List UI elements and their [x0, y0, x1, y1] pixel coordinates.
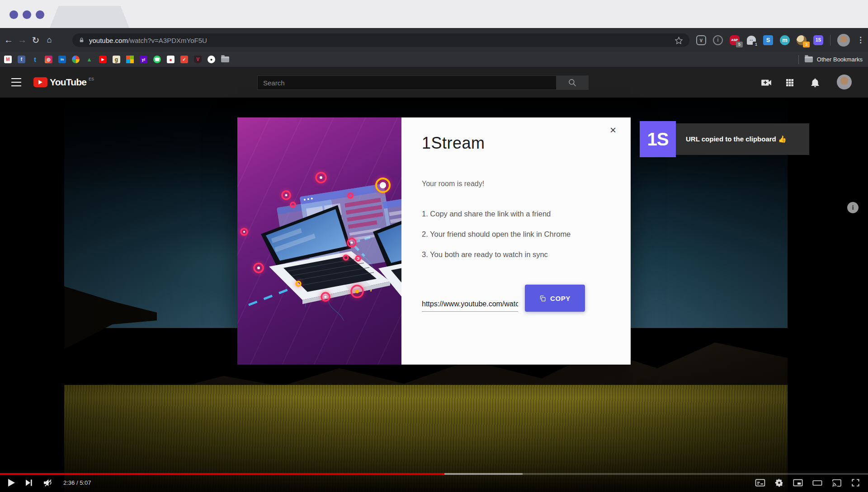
bookmark-gmail[interactable]: M — [4, 56, 12, 63]
raccoon-extension-icon[interactable]: 3 — [797, 35, 807, 45]
bookmark-red-dot[interactable]: ● — [167, 56, 175, 63]
copy-button[interactable]: COPY — [525, 285, 585, 312]
ghostery-badge: 1 — [753, 42, 760, 47]
address-bar[interactable]: youtube.com/watch?v=A3PDXmYoF5U — [72, 33, 689, 47]
bookmark-yahoo[interactable]: y! — [140, 56, 147, 63]
1stream-modal: × 1Stream Your room is ready! 1. Copy an… — [237, 117, 631, 365]
create-video-icon[interactable] — [760, 77, 772, 89]
modal-close-icon[interactable]: × — [610, 125, 616, 136]
settings-gear-icon[interactable] — [775, 478, 783, 487]
window-controls[interactable] — [9, 10, 44, 19]
miniplayer-icon[interactable] — [793, 479, 803, 487]
1stream-extension-icon[interactable]: 1S — [813, 35, 823, 45]
fullscreen-icon[interactable] — [851, 478, 860, 487]
bookmark-twitter[interactable]: t — [31, 56, 39, 63]
toast-message: URL copied to the clipboard 👍 — [686, 135, 787, 143]
bookmark-github[interactable]: ● — [208, 56, 215, 63]
browser-tab[interactable] — [50, 6, 129, 28]
minimize-window-dot[interactable] — [23, 10, 31, 19]
share-url-input[interactable] — [422, 300, 518, 312]
abp-badge: 5 — [736, 42, 743, 47]
reload-button[interactable]: ↻ — [29, 28, 42, 52]
clipboard-toast[interactable]: 1S URL copied to the clipboard 👍 — [640, 121, 809, 157]
bookmark-facebook[interactable]: f — [18, 56, 25, 63]
search-button[interactable] — [557, 75, 589, 90]
browser-menu-kebab-icon[interactable]: ⋮ — [857, 35, 864, 45]
other-bookmarks[interactable]: Other Bookmarks — [798, 52, 863, 67]
bookmark-google-drive[interactable]: ▲ — [85, 56, 93, 63]
player-controls: 2:36 / 5:07 — [0, 473, 868, 492]
s-extension-icon[interactable]: S — [763, 35, 773, 45]
back-button[interactable]: ← — [2, 28, 15, 52]
home-button[interactable]: ⌂ — [42, 28, 56, 52]
bookmark-youtube[interactable]: ▶ — [99, 56, 107, 63]
modal-step-2: 2. Your friend should open the link in C… — [422, 230, 571, 239]
extensions-row: ∨ i ABP 5 ·· 1 S m 3 1S ⋮ — [696, 28, 864, 52]
ghostery-extension-icon[interactable]: ·· 1 — [746, 35, 756, 45]
modal-step-1: 1. Copy and share the link with a friend — [422, 210, 571, 218]
url-path: /watch?v=A3PDXmYoF5U — [128, 37, 207, 44]
lock-icon — [79, 37, 85, 43]
1stream-toast-badge: 1S — [640, 121, 676, 157]
adblock-plus-extension-icon[interactable]: ABP 5 — [730, 35, 740, 45]
bookmark-microsoft[interactable] — [126, 56, 134, 63]
bookmark-v-shield[interactable]: V — [194, 56, 202, 63]
macos-titlebar — [0, 0, 868, 28]
toast-body: URL copied to the clipboard 👍 — [676, 123, 809, 155]
copy-icon — [539, 295, 546, 302]
play-icon[interactable] — [8, 479, 15, 487]
laptops-sync-illustration — [237, 117, 401, 365]
url-host: youtube.com — [89, 37, 128, 44]
subtitles-icon[interactable] — [755, 479, 765, 487]
bookmark-linkedin[interactable]: in — [58, 56, 66, 63]
mute-volume-icon[interactable] — [43, 478, 52, 487]
youtube-logo-text: YouTube — [50, 76, 86, 88]
youtube-logo[interactable]: YouTube ES — [33, 76, 94, 88]
youtube-region-label: ES — [89, 77, 94, 81]
youtube-play-icon — [33, 77, 47, 87]
theater-mode-icon[interactable] — [812, 480, 822, 486]
notifications-bell-icon[interactable] — [809, 77, 821, 89]
guide-menu-icon[interactable] — [11, 78, 21, 86]
pocket-extension-icon[interactable]: ∨ — [696, 35, 706, 45]
next-icon[interactable] — [26, 479, 32, 486]
youtube-header: YouTube ES — [0, 67, 868, 98]
modal-steps: 1. Copy and share the link with a friend… — [422, 210, 571, 271]
bookmarks-separator — [798, 55, 799, 64]
player-controls-right — [755, 478, 860, 487]
toolbar-separator — [830, 35, 830, 46]
bookmark-todoist[interactable]: ✓ — [180, 56, 188, 63]
bookmark-instagram[interactable]: ◎ — [45, 56, 52, 63]
close-window-dot[interactable] — [9, 10, 18, 19]
modal-subtitle: Your room is ready! — [422, 180, 484, 188]
modal-body: × 1Stream Your room is ready! 1. Copy an… — [401, 117, 631, 365]
search-icon — [568, 78, 577, 87]
video-info-icon[interactable]: i — [847, 202, 859, 213]
progress-played — [0, 473, 444, 475]
browser-toolbar: ← → ↻ ⌂ youtube.com/watch?v=A3PDXmYoF5U … — [0, 28, 868, 52]
other-bookmarks-folder-icon — [805, 56, 813, 62]
modal-step-3: 3. You both are ready to watch in sync — [422, 250, 571, 259]
info-extension-icon[interactable]: i — [713, 35, 723, 45]
search-input[interactable] — [257, 75, 557, 90]
bookmark-google-photos[interactable] — [72, 56, 80, 63]
progress-bar[interactable] — [0, 473, 868, 475]
modal-title: 1Stream — [422, 134, 485, 153]
url-text: youtube.com/watch?v=A3PDXmYoF5U — [89, 37, 670, 44]
bookmark-whatsapp[interactable]: ☎ — [153, 56, 161, 63]
youtube-account-avatar[interactable] — [837, 75, 852, 89]
browser-profile-avatar[interactable] — [837, 34, 850, 47]
zoom-window-dot[interactable] — [36, 10, 44, 19]
time-display: 2:36 / 5:07 — [63, 479, 91, 486]
forward-button[interactable]: → — [15, 28, 29, 52]
m-extension-icon[interactable]: m — [780, 35, 790, 45]
raccoon-badge: 3 — [803, 42, 810, 47]
youtube-apps-icon[interactable] — [784, 77, 796, 89]
bookmark-star-icon[interactable] — [675, 36, 683, 45]
bookmark-goodreads[interactable]: g — [113, 56, 120, 63]
cast-icon[interactable] — [832, 479, 842, 487]
player-controls-left: 2:36 / 5:07 — [8, 478, 91, 487]
copy-button-label: COPY — [550, 295, 571, 302]
bookmark-folder-icon[interactable] — [221, 56, 229, 62]
share-url-row: COPY — [422, 285, 585, 312]
